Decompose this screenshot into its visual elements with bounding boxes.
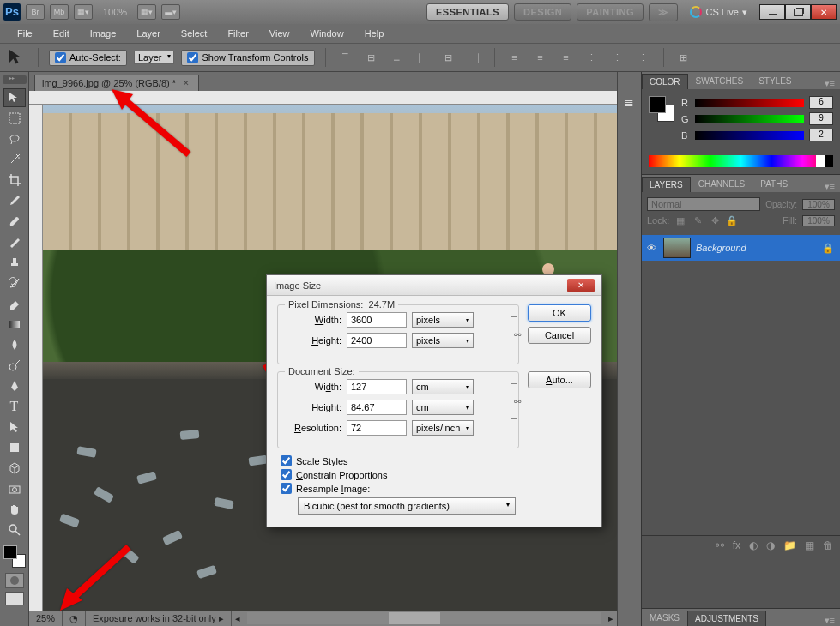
show-transform-checkbox[interactable]: Show Transform Controls <box>181 50 314 66</box>
workspace-essentials[interactable]: ESSENTIALS <box>426 3 509 21</box>
camera-tool[interactable] <box>3 479 26 498</box>
g-slider[interactable] <box>695 115 804 123</box>
align-vcenter-icon[interactable]: ⊟ <box>362 48 381 67</box>
fill-value[interactable]: 100% <box>802 215 835 226</box>
marquee-tool[interactable] <box>3 109 26 128</box>
magic-wand-tool[interactable] <box>3 150 26 169</box>
tab-layers[interactable]: LAYERS <box>642 177 691 192</box>
screen-mode-button[interactable] <box>5 592 24 605</box>
screen-mode-dropdown[interactable]: ▬▾ <box>161 4 180 20</box>
r-value[interactable]: 6 <box>809 96 833 109</box>
g-value[interactable]: 9 <box>809 112 833 125</box>
dodge-tool[interactable] <box>3 356 26 375</box>
type-tool[interactable]: T <box>3 397 26 416</box>
eyedropper-tool[interactable] <box>3 191 26 210</box>
align-left-icon[interactable]: ⎸ <box>414 48 432 67</box>
distribute-left-icon[interactable]: ⋮ <box>583 48 601 67</box>
workspace-painting[interactable]: PAINTING <box>577 3 644 21</box>
menu-edit[interactable]: Edit <box>43 26 80 41</box>
layers-list-area[interactable] <box>642 261 840 535</box>
dialog-close-icon[interactable]: ✕ <box>567 279 595 292</box>
distribute-right-icon[interactable]: ⋮ <box>634 48 653 67</box>
menu-help[interactable]: Help <box>354 26 395 41</box>
menu-select[interactable]: Select <box>171 26 218 41</box>
minibridge-icon[interactable]: Mb <box>50 4 69 20</box>
distribute-vcenter-icon[interactable]: ≡ <box>531 48 550 67</box>
layer-style-icon[interactable]: fx <box>733 539 740 551</box>
color-fgbg-swatch[interactable] <box>649 96 674 122</box>
auto-button[interactable]: Auto... <box>528 371 591 388</box>
group-icon[interactable]: 📁 <box>783 539 796 551</box>
scrollbar-horizontal[interactable] <box>247 612 601 624</box>
workspace-more[interactable]: ≫ <box>649 3 679 21</box>
layer-thumbnail[interactable] <box>663 238 691 258</box>
history-brush-tool[interactable] <box>3 274 26 292</box>
lasso-tool[interactable] <box>3 129 26 148</box>
cancel-button[interactable]: Cancel <box>528 327 591 344</box>
tab-styles[interactable]: STYLES <box>751 73 799 89</box>
arrange-docs-dropdown[interactable]: ▦▾ <box>137 4 156 20</box>
cs-live-button[interactable]: CS Live▾ <box>683 4 754 20</box>
tools-collapse[interactable] <box>3 75 27 84</box>
distribute-bottom-icon[interactable]: ≡ <box>557 48 576 67</box>
resample-method-select[interactable]: Bicubic (best for smooth gradients) <box>298 497 516 515</box>
tab-paths[interactable]: PATHS <box>752 176 795 192</box>
new-layer-icon[interactable]: ▦ <box>805 539 814 551</box>
path-select-tool[interactable] <box>3 418 26 436</box>
lock-paint-icon[interactable]: ✎ <box>692 214 704 226</box>
align-top-icon[interactable]: ⎺ <box>336 48 355 67</box>
zoom-percent[interactable]: 100% <box>98 7 132 17</box>
visibility-icon[interactable]: 👁 <box>644 243 658 253</box>
shape-tool[interactable] <box>3 438 26 457</box>
menu-file[interactable]: File <box>7 26 43 41</box>
crop-tool[interactable] <box>3 171 26 190</box>
tab-masks[interactable]: MASKS <box>642 610 687 626</box>
tab-color[interactable]: COLOR <box>642 74 688 89</box>
blend-mode-select[interactable]: Normal <box>647 197 760 211</box>
constrain-proportions-checkbox[interactable]: Constrain Proportions <box>281 469 516 480</box>
dialog-titlebar[interactable]: Image Size ✕ <box>267 275 601 296</box>
lock-all-icon[interactable]: 🔒 <box>726 214 738 226</box>
tab-adjustments[interactable]: ADJUSTMENTS <box>687 611 766 626</box>
layer-background[interactable]: 👁 Background 🔒 <box>642 235 840 261</box>
zoom-tool[interactable] <box>3 521 26 539</box>
adjustment-layer-icon[interactable]: ◑ <box>766 539 775 551</box>
lock-transparency-icon[interactable]: ▦ <box>674 214 686 226</box>
clone-stamp-tool[interactable] <box>3 253 26 272</box>
menu-view[interactable]: View <box>259 26 300 41</box>
history-panel-icon[interactable]: ≣ <box>618 93 640 111</box>
scale-styles-checkbox[interactable]: Scale Styles <box>281 455 516 466</box>
pen-tool[interactable] <box>3 376 26 395</box>
distribute-top-icon[interactable]: ≡ <box>505 48 524 67</box>
align-bottom-icon[interactable]: ⎽ <box>388 48 407 67</box>
tab-channels[interactable]: CHANNELS <box>691 176 752 192</box>
opacity-value[interactable]: 100% <box>802 199 835 210</box>
window-minimize[interactable] <box>759 4 785 20</box>
blur-tool[interactable] <box>3 335 26 354</box>
align-right-icon[interactable]: ⎹ <box>465 48 484 67</box>
bridge-icon[interactable]: Br <box>26 4 45 20</box>
window-restore[interactable] <box>785 4 811 20</box>
b-slider[interactable] <box>695 131 804 140</box>
px-height-input[interactable] <box>347 333 407 348</box>
brush-tool[interactable] <box>3 232 26 251</box>
distribute-hcenter-icon[interactable]: ⋮ <box>608 48 627 67</box>
menu-layer[interactable]: Layer <box>126 26 171 41</box>
resample-image-checkbox[interactable]: Resample Image: <box>281 483 516 494</box>
menu-image[interactable]: Image <box>80 26 127 41</box>
workspace-design[interactable]: DESIGN <box>514 3 571 21</box>
color-panel-menu[interactable]: ▾≡ <box>819 78 840 89</box>
px-width-unit[interactable]: pixels <box>412 312 474 328</box>
resolution-input[interactable] <box>347 420 407 436</box>
px-height-unit[interactable]: pixels <box>412 333 474 348</box>
menu-window[interactable]: Window <box>300 26 354 41</box>
px-width-input[interactable] <box>347 312 407 328</box>
tab-swatches[interactable]: SWATCHES <box>688 73 752 89</box>
healing-brush-tool[interactable] <box>3 212 26 231</box>
gradient-tool[interactable] <box>3 315 26 334</box>
doc-height-input[interactable] <box>347 400 407 415</box>
auto-select-checkbox[interactable]: Auto-Select: <box>49 50 127 66</box>
quick-mask-toggle[interactable] <box>5 573 24 588</box>
ok-button[interactable]: OK <box>528 304 591 322</box>
auto-align-icon[interactable]: ⊞ <box>674 48 693 67</box>
